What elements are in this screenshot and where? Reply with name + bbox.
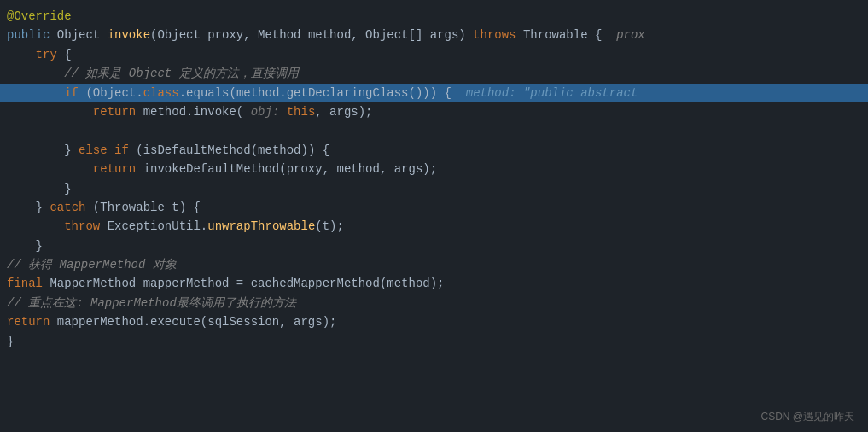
token-kw: if (64, 86, 85, 100)
token-comment: // 重点在这: MapperMethod最终调用了执行的方法 (7, 296, 296, 310)
token-kw: catch (50, 201, 92, 214)
code-line: return method.invoke( obj: this, args); (0, 102, 868, 121)
code-line: return invokeDefaultMethod(proxy, method… (0, 160, 868, 178)
token-param-hint: obj: (251, 105, 287, 119)
line-content: throw ExceptionUtil.unwrapThrowable(t); (7, 217, 854, 236)
token-comment: // 如果是 Object 定义的方法，直接调用 (64, 67, 298, 80)
token-plain: (Object. (85, 86, 143, 100)
line-content: @Override (7, 7, 854, 26)
footer-attribution: CSDN @遇见的昨天 (760, 409, 854, 425)
token-plain: { (588, 28, 617, 42)
code-editor: @Overridepublic Object invoke(Object pro… (0, 0, 868, 432)
line-content: public Object invoke(Object proxy, Metho… (7, 26, 854, 44)
code-line: final MapperMethod mapperMethod = cached… (0, 274, 868, 293)
token-comment: // 获得 MapperMethod 对象 (7, 258, 177, 271)
token-annotation: @Override (7, 9, 72, 23)
code-block: @Overridepublic Object invoke(Object pro… (0, 0, 868, 358)
code-line: // 如果是 Object 定义的方法，直接调用 (0, 64, 868, 83)
token-kw: return (7, 315, 57, 329)
token-plain: ExceptionUtil. (108, 219, 208, 233)
line-content: } (7, 332, 854, 351)
line-content: try { (7, 45, 854, 64)
code-line: } (0, 179, 868, 198)
code-line: // 重点在这: MapperMethod最终调用了执行的方法 (0, 294, 868, 312)
token-plain: } (64, 143, 79, 157)
token-plain: .equals(method.getDeclaringClass())) { (179, 86, 466, 100)
token-plain: MapperMethod mapperMethod = cachedMapper… (50, 277, 444, 290)
code-line: try { (0, 45, 868, 64)
token-plain: Throwable (523, 28, 588, 42)
token-kw-blue: public (7, 28, 57, 42)
line-content: // 如果是 Object 定义的方法，直接调用 (7, 64, 854, 83)
token-plain: , args); (315, 105, 372, 119)
code-line: } (0, 332, 868, 351)
token-plain: Object (57, 28, 108, 42)
token-plain: } (7, 335, 14, 348)
token-comment: prox (616, 28, 645, 42)
line-content: return invokeDefaultMethod(proxy, method… (7, 160, 854, 178)
token-plain: (Object proxy, Method method, Object[] a… (150, 28, 473, 42)
token-plain: } (36, 239, 43, 253)
token-plain: mapperMethod.execute(sqlSession, args); (57, 315, 337, 329)
token-plain: invokeDefaultMethod(proxy, method, args)… (143, 162, 437, 176)
line-content: // 获得 MapperMethod 对象 (7, 255, 854, 274)
code-line: } else if (isDefaultMethod(method)) { (0, 141, 868, 160)
line-content: } (7, 236, 854, 255)
code-line: public Object invoke(Object proxy, Metho… (0, 26, 868, 44)
line-content: return method.invoke( obj: this, args); (7, 102, 854, 121)
code-line: } catch (Throwable t) { (0, 198, 868, 217)
token-plain: method.invoke( (143, 105, 251, 119)
line-content: if (Object.class.equals(method.getDeclar… (7, 84, 854, 102)
token-kw: final (7, 277, 50, 290)
code-line: @Override (0, 7, 868, 26)
token-plain: { (64, 48, 71, 61)
token-method: invoke (108, 28, 150, 42)
token-kw: class (143, 86, 179, 100)
token-kw: throw (64, 219, 107, 233)
token-kw: return (93, 105, 143, 119)
token-kw: return (93, 162, 143, 176)
line-content: final MapperMethod mapperMethod = cached… (7, 274, 854, 293)
token-italic-hint: method: "public abstract (466, 86, 638, 100)
code-line: throw ExceptionUtil.unwrapThrowable(t); (0, 217, 868, 236)
token-plain: } (64, 182, 71, 196)
line-content: } (7, 179, 854, 198)
token-plain: (t); (315, 219, 344, 233)
code-line: } (0, 236, 868, 255)
code-line: return mapperMethod.execute(sqlSession, … (0, 312, 868, 331)
line-content: } catch (Throwable t) { (7, 198, 854, 217)
token-throws-kw: throws (473, 28, 523, 42)
code-line (0, 121, 868, 140)
token-kw: this (287, 105, 316, 119)
token-kw: else if (79, 143, 136, 157)
code-line: if (Object.class.equals(method.getDeclar… (0, 84, 868, 102)
token-plain: (isDefaultMethod(method)) { (136, 143, 329, 157)
code-line: // 获得 MapperMethod 对象 (0, 255, 868, 274)
token-plain: } (36, 201, 50, 214)
token-method: unwrapThrowable (207, 219, 315, 233)
line-content: return mapperMethod.execute(sqlSession, … (7, 312, 854, 331)
token-plain: (Throwable t) { (93, 201, 201, 214)
line-content: // 重点在这: MapperMethod最终调用了执行的方法 (7, 294, 854, 312)
line-content: } else if (isDefaultMethod(method)) { (7, 141, 854, 160)
token-kw: try (36, 48, 65, 61)
